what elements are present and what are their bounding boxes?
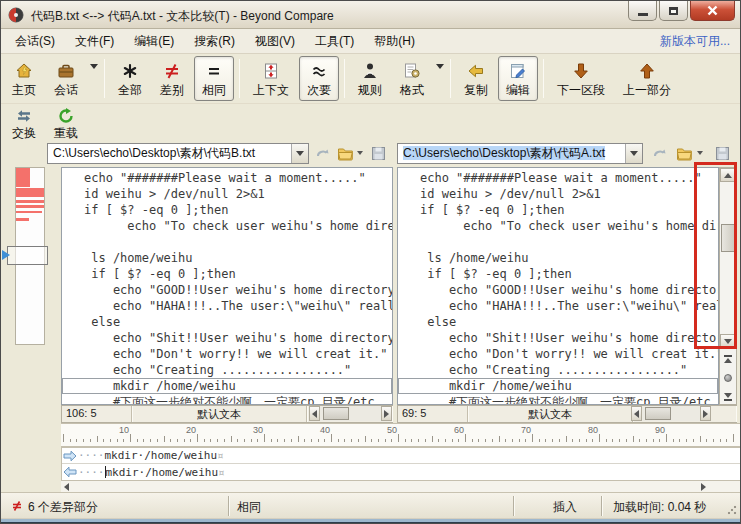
code-line[interactable]	[62, 234, 392, 250]
code-line[interactable]: if [ $? -eq 0 ];then	[398, 202, 718, 218]
edit-button[interactable]: 编辑	[498, 56, 538, 101]
current-section-line[interactable]: mkdir /home/weihu	[398, 378, 718, 394]
code-line[interactable]: echo "HAHA!!!..The user:\"weihu\" really…	[62, 298, 392, 314]
detail-line[interactable]: ····mkdir·/home/weihu¤	[62, 448, 741, 464]
menu-item[interactable]: 帮助(H)	[364, 29, 425, 53]
current-section-line[interactable]: mkdir /home/weihu	[62, 378, 392, 394]
left-save-icon[interactable]	[369, 144, 387, 162]
menu-item[interactable]: 工具(T)	[305, 29, 364, 53]
left-browse-folder-icon[interactable]	[336, 144, 354, 162]
menu-item[interactable]: 视图(V)	[245, 29, 305, 53]
scroll-right-button[interactable]	[381, 406, 392, 421]
menu-item[interactable]: 编辑(E)	[124, 29, 184, 53]
code-line[interactable]: id weihu > /dev/null 2>&1	[398, 186, 718, 202]
prev-section-button[interactable]: 上一部分	[615, 56, 679, 101]
line-detail-panel[interactable]: ····mkdir·/home/weihu¤····mkdir·/home/we…	[61, 447, 741, 481]
pane-footers: 106: 5 默认文本 69: 5 默认文本	[1, 405, 740, 423]
code-line[interactable]: if [ $? -eq 0 ];then	[398, 266, 718, 282]
next-diff-button[interactable]	[720, 389, 736, 405]
menu-item[interactable]: 会话(S)	[5, 29, 65, 53]
code-line[interactable]: echo "#######Please wait a moment....."	[62, 170, 392, 186]
diff-map-viewport[interactable]	[7, 246, 48, 265]
code-line[interactable]: else	[62, 314, 392, 330]
right-editor-pane[interactable]: echo "#######Please wait a moment....."i…	[397, 167, 719, 405]
code-line[interactable]: if [ $? -eq 0 ];then	[62, 266, 392, 282]
status-separator	[228, 496, 229, 516]
show-differences-button[interactable]: 差别	[152, 56, 192, 101]
scrollbar-thumb[interactable]	[645, 407, 671, 420]
code-line[interactable]: echo "Don't worry!! we will creat it."	[398, 346, 718, 362]
sessions-dropdown-caret[interactable]	[90, 64, 98, 69]
close-button[interactable]	[690, 1, 735, 21]
home-button[interactable]: 主页	[4, 56, 44, 101]
right-save-icon[interactable]	[713, 144, 731, 162]
prev-diff-button[interactable]	[720, 351, 736, 367]
code-line[interactable]: else	[398, 314, 718, 330]
rules-button[interactable]: 规则	[350, 56, 390, 101]
ruler-tick	[70, 439, 71, 442]
code-line[interactable]: echo "To check user weihu's home directo…	[398, 218, 718, 234]
code-line[interactable]: echo "Don't worry!! we will creat it."	[62, 346, 392, 362]
detail-scroll-left[interactable]	[64, 483, 69, 491]
ruler-tick	[566, 436, 567, 442]
code-line[interactable]: echo "Creating ................."	[62, 362, 392, 378]
scroll-left-button[interactable]	[631, 406, 642, 421]
left-horizontal-scrollbar[interactable]	[309, 406, 392, 421]
menu-item[interactable]: 文件(F)	[65, 29, 124, 53]
code-line[interactable]: echo "GOOD!!User weihu's home directory …	[62, 282, 392, 298]
code-line[interactable]: #下面这一步绝对不能少啊，一定要cp 目录/etc	[398, 394, 718, 405]
context-button[interactable]: 上下文	[245, 56, 297, 101]
detail-line[interactable]: ····mkdir·/home/weihu¤	[62, 464, 741, 480]
left-path-combobox[interactable]: C:\Users\echo\Desktop\素材\代码B.txt	[47, 143, 309, 164]
show-same-button[interactable]: 相同	[194, 56, 234, 101]
code-line[interactable]: ls /home/weihu	[398, 250, 718, 266]
show-all-button[interactable]: 全部	[110, 56, 150, 101]
maximize-button[interactable]	[659, 1, 688, 21]
code-line[interactable]: echo "Creating ................."	[398, 362, 718, 378]
reload-button[interactable]: 重载	[46, 105, 86, 139]
minor-button[interactable]: 次要	[299, 56, 339, 101]
minimize-button[interactable]	[628, 1, 657, 21]
menu-item[interactable]: 搜索(R)	[184, 29, 245, 53]
code-line[interactable]: echo "GOOD!!User weihu's home directory …	[398, 282, 718, 298]
resize-grip[interactable]	[727, 505, 737, 515]
scrollbar-thumb[interactable]	[323, 407, 349, 420]
left-path-dropdown[interactable]	[291, 144, 308, 163]
right-folder-dropdown-caret[interactable]	[697, 151, 703, 155]
code-line[interactable]: echo "Shit!!User weihu's home directory …	[398, 330, 718, 346]
toolbar-separator	[239, 59, 240, 98]
right-path-combobox[interactable]: C:\Users\echo\Desktop\素材\代码A.txt	[397, 143, 643, 164]
left-folder-dropdown-caret[interactable]	[357, 151, 363, 155]
format-dropdown-caret[interactable]	[436, 64, 444, 69]
swap-button[interactable]: 交换	[4, 105, 44, 139]
code-line[interactable]: echo "#######Please wait a moment....."	[398, 170, 718, 186]
left-reload-file-icon[interactable]	[314, 144, 332, 162]
code-line[interactable]: echo "HAHA!!!..The user:\"weihu\" really…	[398, 298, 718, 314]
ruler-tick	[271, 439, 272, 442]
left-path-text: C:\Users\echo\Desktop\素材\代码B.txt	[48, 145, 291, 162]
next-section-button[interactable]: 下一区段	[549, 56, 613, 101]
right-horizontal-scrollbar[interactable]	[631, 406, 711, 421]
sessions-button[interactable]: 会话	[46, 56, 86, 101]
new-version-link[interactable]: 新版本可用...	[660, 33, 730, 49]
ruler-tick	[204, 439, 205, 442]
detail-scroll-right[interactable]	[701, 483, 706, 491]
right-browse-folder-icon[interactable]	[675, 144, 693, 162]
code-line[interactable]: if [ $? -eq 0 ];then	[62, 202, 392, 218]
scroll-left-button[interactable]	[309, 406, 320, 421]
title-bar: 代码B.txt <--> 代码A.txt - 文本比较(T) - Beyond …	[1, 1, 740, 29]
right-path-dropdown[interactable]	[625, 144, 642, 163]
current-position-button[interactable]	[720, 370, 736, 386]
copy-left-button[interactable]: 复制	[456, 56, 496, 101]
code-line[interactable]: echo "Shit!!User weihu's home directory …	[62, 330, 392, 346]
code-line[interactable]: #下面这一步绝对不能少啊，一定要cp 目录/etc	[62, 394, 392, 405]
left-editor-pane[interactable]: echo "#######Please wait a moment....."i…	[61, 167, 393, 405]
code-line[interactable]	[398, 234, 718, 250]
code-line[interactable]: ls /home/weihu	[62, 250, 392, 266]
code-line[interactable]: echo "To check user weihu's home directo…	[62, 218, 392, 234]
code-line[interactable]: id weihu > /dev/null 2>&1	[62, 186, 392, 202]
ruler-tick	[137, 439, 138, 442]
scroll-right-button[interactable]	[700, 406, 711, 421]
format-button[interactable]: 格式	[392, 56, 432, 101]
right-reload-file-icon[interactable]	[651, 144, 669, 162]
